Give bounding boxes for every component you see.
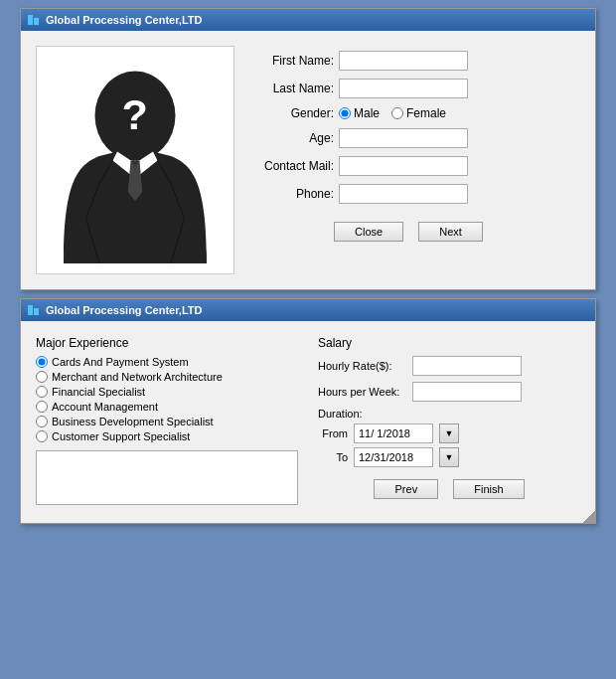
contact-mail-row: Contact Mail:	[249, 156, 580, 176]
to-date-picker[interactable]: ▼	[439, 447, 459, 467]
exp-label-1: Merchant and Network Architecture	[52, 371, 223, 383]
phone-row: Phone:	[249, 184, 580, 204]
exp-option-5[interactable]: Customer Support Specialist	[36, 430, 298, 442]
contact-mail-label: Contact Mail:	[249, 159, 334, 173]
avatar-box: ?	[36, 46, 234, 274]
first-name-label: First Name:	[249, 54, 334, 68]
gender-row: Gender: Male Female	[249, 106, 580, 120]
exp-option-2[interactable]: Financial Specialist	[36, 386, 298, 398]
fields-area: First Name: Last Name: Gender: Male	[249, 46, 580, 274]
hours-per-week-label: Hours per Week:	[318, 386, 407, 398]
from-date-row: From ▼	[318, 424, 580, 443]
phone-label: Phone:	[249, 187, 334, 201]
age-label: Age:	[249, 131, 334, 145]
window-1-content: ? First Name:	[21, 31, 595, 289]
hourly-rate-input[interactable]	[412, 356, 522, 376]
exp-label-5: Customer Support Specialist	[52, 430, 190, 442]
last-name-label: Last Name:	[249, 82, 334, 95]
contact-mail-input[interactable]	[339, 156, 468, 176]
to-label: To	[318, 451, 348, 463]
gender-radio-group: Male Female	[339, 106, 446, 120]
window-2: Global Processing Center,LTD Major Exper…	[20, 298, 596, 524]
exp-radio-3[interactable]	[36, 401, 48, 413]
major-experience-title: Major Experience	[36, 336, 298, 350]
exp-option-3[interactable]: Account Management	[36, 401, 298, 413]
experience-textarea[interactable]	[36, 450, 298, 505]
window-2-content: Major Experience Cards And Payment Syste…	[21, 321, 595, 523]
last-name-input[interactable]	[339, 79, 468, 98]
female-radio[interactable]	[391, 107, 403, 119]
svg-rect-5	[28, 305, 33, 315]
left-col: Major Experience Cards And Payment Syste…	[36, 336, 298, 508]
experience-list: Cards And Payment System Merchant and Ne…	[36, 356, 298, 442]
exp-option-0[interactable]: Cards And Payment System	[36, 356, 298, 368]
exp-radio-4[interactable]	[36, 416, 48, 427]
hourly-rate-row: Hourly Rate($):	[318, 356, 580, 376]
to-date-input[interactable]	[354, 447, 433, 467]
female-option[interactable]: Female	[391, 106, 446, 120]
exp-radio-2[interactable]	[36, 386, 48, 398]
salary-title: Salary	[318, 336, 580, 350]
female-label: Female	[406, 106, 446, 120]
window-title-1: Global Processing Center,LTD	[46, 14, 203, 26]
male-label: Male	[354, 106, 380, 120]
app-icon-2	[27, 303, 41, 317]
window-title-2: Global Processing Center,LTD	[46, 304, 203, 316]
button-row-1: Close Next	[249, 222, 580, 242]
svg-rect-6	[34, 308, 39, 315]
exp-label-3: Account Management	[52, 401, 158, 413]
exp-label-2: Financial Specialist	[52, 386, 145, 398]
age-row: Age:	[249, 128, 580, 148]
form-area: ? First Name:	[36, 46, 580, 274]
avatar-silhouette: ?	[46, 54, 225, 267]
right-col: Salary Hourly Rate($): Hours per Week: D…	[318, 336, 580, 508]
exp-radio-1[interactable]	[36, 371, 48, 383]
two-col-content: Major Experience Cards And Payment Syste…	[36, 336, 580, 508]
from-date-picker[interactable]: ▼	[439, 424, 459, 443]
exp-option-1[interactable]: Merchant and Network Architecture	[36, 371, 298, 383]
title-bar-1: Global Processing Center,LTD	[21, 9, 595, 31]
phone-input[interactable]	[339, 184, 468, 204]
last-name-row: Last Name:	[249, 79, 580, 98]
next-button[interactable]: Next	[418, 222, 483, 242]
close-button[interactable]: Close	[334, 222, 403, 242]
finish-button[interactable]: Finish	[453, 479, 524, 499]
exp-radio-5[interactable]	[36, 430, 48, 442]
exp-label-4: Business Development Specialist	[52, 416, 214, 427]
hours-per-week-input[interactable]	[412, 382, 522, 402]
from-label: From	[318, 427, 348, 439]
hourly-rate-label: Hourly Rate($):	[318, 360, 407, 372]
from-date-input[interactable]	[354, 424, 433, 443]
svg-rect-0	[28, 15, 33, 25]
duration-title: Duration:	[318, 408, 580, 420]
svg-text:?: ?	[122, 90, 148, 138]
hours-per-week-row: Hours per Week:	[318, 382, 580, 402]
to-date-row: To ▼	[318, 447, 580, 467]
age-input[interactable]	[339, 128, 468, 148]
gender-label: Gender:	[249, 106, 334, 120]
exp-label-0: Cards And Payment System	[52, 356, 189, 368]
exp-option-4[interactable]: Business Development Specialist	[36, 416, 298, 427]
duration-section: Duration: From ▼ To ▼	[318, 408, 580, 467]
exp-radio-0[interactable]	[36, 356, 48, 368]
prev-button[interactable]: Prev	[374, 479, 438, 499]
bottom-buttons: Prev Finish	[318, 479, 580, 499]
svg-rect-1	[34, 18, 39, 25]
resize-handle[interactable]	[583, 511, 595, 523]
app-icon	[27, 13, 41, 27]
first-name-row: First Name:	[249, 51, 580, 71]
first-name-input[interactable]	[339, 51, 468, 71]
male-option[interactable]: Male	[339, 106, 380, 120]
window-1: Global Processing Center,LTD ?	[20, 8, 596, 290]
title-bar-2: Global Processing Center,LTD	[21, 299, 595, 321]
male-radio[interactable]	[339, 107, 351, 119]
